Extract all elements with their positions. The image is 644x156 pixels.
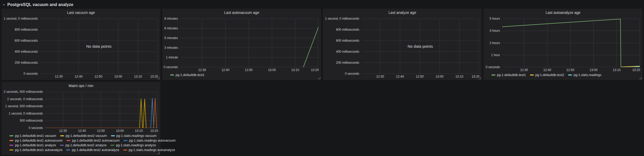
y-tick-label: 200 milliseconds: [15, 61, 38, 64]
y-tick-label: 1 second, 0 milliseconds: [4, 17, 38, 20]
legend-label: pg-1.defaultdb.test1 analyze: [15, 143, 56, 148]
plot-area[interactable]: [180, 19, 318, 67]
y-tick-label: 200 milliseconds: [336, 61, 359, 64]
legend-item[interactable]: pg-1.defaultdb.test1 analyze: [9, 143, 56, 148]
y-tick-label: 400 milliseconds: [336, 50, 359, 53]
y-tick-label: 500 milliseconds: [20, 119, 43, 122]
chart-area: 2 seconds, 500 milliseconds2 seconds, 50…: [2, 89, 160, 133]
y-tick-label: 600 milliseconds: [336, 39, 359, 42]
chart-area: 1 second, 0 milliseconds1 second, 0 mill…: [323, 16, 482, 79]
chart-plot: [361, 19, 479, 74]
x-tick-label: 12:40: [221, 68, 229, 72]
panel-row-2: Maint ops / min2 seconds, 500 millisecon…: [2, 82, 642, 155]
panel-title[interactable]: Last analyze age: [323, 9, 482, 16]
legend-label: pg-1.defaultdb.test1 autovacuum: [15, 138, 63, 143]
legend-item[interactable]: pg-1.defaultdb.test1: [170, 73, 205, 77]
legend-label: pg-1.defaultdb.test1 vacuum: [15, 133, 56, 138]
chart-plot: [40, 19, 158, 74]
panel-row-1: Last vacuum age1 second, 0 milliseconds1…: [2, 9, 642, 80]
x-tick-label: 12:30: [59, 129, 67, 133]
panel-last-autovacuum-age: Last autovacuum age8 minutes8 minutes6 m…: [162, 9, 321, 80]
legend-label: pg-1.defaultdb.test2: [535, 73, 564, 77]
legend-item[interactable]: pg-1.stats.readings autoanalyze: [123, 148, 175, 152]
panel-last-autoanalyze-age: Last autoanalyze age0 seconds5 hours4 ho…: [484, 9, 642, 80]
resize-corner-icon[interactable]: [639, 77, 642, 79]
resize-corner-icon[interactable]: [318, 77, 320, 79]
y-tick-label: 0 seconds: [486, 65, 500, 69]
x-tick-label: 12:30: [520, 68, 528, 72]
legend-item[interactable]: pg-1.stats.readings autovacuum: [124, 138, 176, 143]
legend-item[interactable]: pg-1.defaultdb.test2 autoanalyze: [66, 148, 119, 152]
panel-maint-ops-min: Maint ops / min2 seconds, 500 millisecon…: [2, 82, 160, 155]
legend-item[interactable]: pg-1.defaultdb.test1 autoanalyze: [9, 148, 62, 152]
x-tick-label: 12:40: [78, 129, 86, 133]
legend-item[interactable]: pg-1.stats.readings analyze: [110, 143, 156, 148]
x-tick-label: 13:00: [436, 75, 444, 78]
panel-title[interactable]: Last autoanalyze age: [484, 9, 642, 16]
y-axis: 1 second, 0 milliseconds1 second, 0 mill…: [325, 19, 361, 74]
y-tick-label: 1 second, 0 milliseconds: [325, 17, 359, 20]
y-tick-label: 1 second, 500 milliseconds: [5, 104, 43, 108]
x-tick-label: 12:30: [198, 68, 206, 72]
legend: pg-1.defaultdb.test1 vacuumpg-1.defaultd…: [2, 133, 160, 154]
legend-color-marker: [60, 135, 64, 136]
y-axis: 2 seconds, 500 milliseconds2 seconds, 50…: [4, 92, 45, 128]
legend-color-marker: [9, 135, 13, 136]
legend-item[interactable]: pg-1.defaultdb.test2 analyze: [60, 143, 107, 148]
panel-title[interactable]: Last autovacuum age: [162, 9, 321, 16]
x-tick-label: 12:40: [543, 68, 551, 72]
y-tick-label: 800 milliseconds: [336, 28, 359, 31]
y-tick-label: 4 hours: [490, 29, 500, 33]
legend-item[interactable]: pg-1.defaultdb.test1: [491, 73, 526, 77]
dashboard: PostgreSQL vacuum and analyze Last vacuu…: [0, 0, 644, 155]
plot-area[interactable]: No data points: [40, 19, 158, 74]
legend-item[interactable]: pg-1.stats.readings vacuum: [111, 133, 157, 138]
legend-item[interactable]: pg-1.defaultdb.test1 autovacuum: [9, 138, 63, 143]
legend-row: pg-1.defaultdb.test1 autovacuumpg-1.defa…: [9, 138, 158, 143]
y-tick-label: 2 seconds, 0 milliseconds: [7, 97, 43, 101]
y-tick-label: 5 minutes: [164, 36, 178, 40]
legend-item[interactable]: pg-1.defaultdb.test2 vacuum: [60, 133, 107, 138]
legend-label: pg-1.defaultdb.test2 autoanalyze: [72, 148, 119, 152]
legend-item[interactable]: pg-1.stats.readings: [568, 73, 601, 77]
legend-label: pg-1.defaultdb.test2 analyze: [65, 143, 107, 148]
series-line-0: [303, 27, 318, 67]
legend-color-marker: [9, 140, 13, 141]
legend-item[interactable]: pg-1.defaultdb.test2: [530, 73, 564, 77]
legend-color-marker: [170, 74, 174, 76]
x-tick-label: 13:20: [150, 75, 158, 78]
plot-area[interactable]: No data points: [361, 19, 479, 74]
legend-color-marker: [66, 140, 70, 141]
legend-item[interactable]: pg-1.defaultdb.test2 autovacuum: [66, 138, 120, 143]
panel-title[interactable]: Last vacuum age: [2, 9, 160, 16]
plot-area[interactable]: [502, 19, 640, 67]
panel-title[interactable]: Maint ops / min: [2, 82, 160, 89]
chevron-down-icon[interactable]: [2, 3, 5, 6]
legend-item[interactable]: pg-1.defaultdb.test1 vacuum: [9, 133, 56, 138]
x-tick-label: 13:20: [472, 75, 479, 78]
resize-corner-icon[interactable]: [157, 77, 160, 79]
chart-plot: [45, 92, 158, 128]
plot-area[interactable]: [45, 92, 158, 128]
panel-last-vacuum-age: Last vacuum age1 second, 0 milliseconds1…: [2, 9, 160, 80]
row-title: PostgreSQL vacuum and analyze: [7, 2, 73, 7]
y-tick-label: 2 hours: [490, 41, 500, 45]
chart-area: 1 second, 0 milliseconds1 second, 0 mill…: [2, 16, 160, 79]
y-tick-label: 2 seconds, 500 milliseconds: [4, 90, 43, 94]
resize-corner-icon[interactable]: [157, 152, 160, 154]
y-tick-label: 600 milliseconds: [15, 39, 38, 42]
x-tick-label: 13:00: [590, 68, 597, 72]
resize-corner-icon[interactable]: [479, 77, 481, 79]
x-tick-label: 13:20: [632, 68, 640, 72]
legend-label: pg-1.stats.readings autovacuum: [129, 138, 176, 143]
x-tick-label: 12:50: [245, 68, 253, 72]
x-tick-label: 13:20: [311, 68, 319, 72]
legend-color-marker: [110, 145, 114, 146]
legend-label: pg-1.defaultdb.test1: [176, 73, 205, 77]
row-header[interactable]: PostgreSQL vacuum and analyze: [0, 0, 644, 8]
legend-label: pg-1.defaultdb.test2 vacuum: [66, 133, 107, 138]
y-tick-label: 400 milliseconds: [15, 50, 38, 53]
legend-row: pg-1.defaultdb.test1: [170, 73, 319, 77]
x-axis: 12:3012:4012:5013:0013:1013:20: [45, 129, 158, 133]
legend-label: pg-1.stats.readings analyze: [116, 143, 156, 148]
